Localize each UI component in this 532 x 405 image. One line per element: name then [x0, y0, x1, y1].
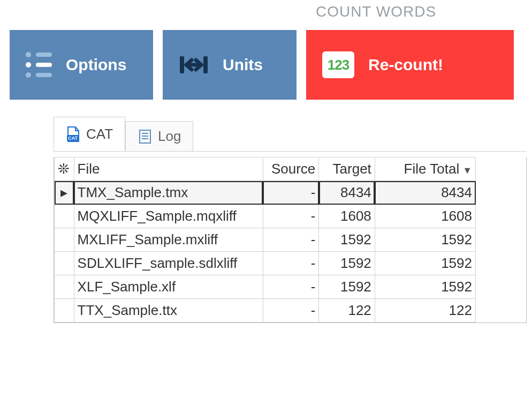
cell-total: 1592: [375, 252, 475, 275]
table-row[interactable]: MQXLIFF_Sample.mqxliff-16081608: [55, 205, 476, 228]
row-marker: [55, 275, 74, 299]
tab-log[interactable]: Log: [125, 121, 193, 151]
table-row[interactable]: ▸TMX_Sample.tmx-84348434: [55, 181, 476, 205]
row-marker: [55, 252, 74, 275]
options-button[interactable]: Options: [10, 30, 153, 100]
col-header-target[interactable]: Target: [319, 158, 375, 181]
cell-file: MQXLIFF_Sample.mqxliff: [74, 205, 263, 228]
tab-cat-label: CAT: [86, 126, 113, 142]
row-marker: [55, 228, 74, 252]
cell-target: 1608: [319, 205, 375, 228]
cell-total: 8434: [375, 181, 475, 205]
cat-file-icon: CAT: [66, 127, 81, 142]
section-label: COUNT WORDS: [316, 3, 436, 20]
row-marker: [55, 299, 74, 322]
recount-button[interactable]: 123 Re-count!: [306, 30, 514, 100]
units-button-label: Units: [223, 56, 263, 74]
sort-desc-icon: ▼: [462, 165, 472, 176]
toolbar: Options Units 123 Re-count!: [10, 30, 514, 100]
units-button[interactable]: Units: [163, 30, 297, 100]
col-header-file[interactable]: File: [74, 158, 263, 181]
col-header-total-label: File Total: [404, 161, 460, 177]
width-arrows-icon: [179, 54, 209, 76]
list-icon: [26, 52, 52, 78]
cell-total: 1592: [375, 228, 475, 252]
tab-cat[interactable]: CAT CAT: [54, 117, 125, 151]
cell-target: 1592: [319, 252, 375, 275]
count-badge-icon: 123: [322, 51, 354, 78]
tab-log-label: Log: [158, 128, 181, 145]
cell-total: 122: [375, 299, 475, 322]
row-marker: [55, 205, 74, 228]
results-panel: CAT CAT Log ❊ File: [54, 116, 527, 323]
cell-file: MXLIFF_Sample.mxliff: [74, 228, 263, 252]
cell-source: -: [263, 252, 319, 275]
cell-file: TMX_Sample.tmx: [74, 181, 263, 205]
cell-target: 1592: [319, 228, 375, 252]
col-header-total[interactable]: File Total▼: [375, 158, 475, 181]
table-row[interactable]: XLF_Sample.xlf-15921592: [55, 275, 476, 299]
table-row[interactable]: SDLXLIFF_sample.sdlxliff-15921592: [55, 252, 476, 275]
results-table[interactable]: ❊ File Source Target File Total▼ ▸TMX_Sa…: [54, 157, 476, 322]
table-row[interactable]: TTX_Sample.ttx-122122: [55, 299, 476, 322]
cell-target: 122: [319, 299, 375, 322]
table-header-row: ❊ File Source Target File Total▼: [55, 158, 476, 181]
document-icon: [138, 129, 153, 144]
cell-target: 1592: [319, 275, 375, 299]
cell-source: -: [263, 181, 319, 205]
recount-button-label: Re-count!: [368, 56, 443, 74]
cell-source: -: [263, 228, 319, 252]
options-button-label: Options: [66, 56, 126, 74]
cell-file: TTX_Sample.ttx: [74, 299, 263, 322]
svg-text:CAT: CAT: [68, 136, 78, 141]
col-header-source[interactable]: Source: [263, 158, 319, 181]
tab-strip: CAT CAT Log: [54, 116, 527, 151]
col-header-marker[interactable]: ❊: [55, 158, 74, 181]
cell-total: 1608: [375, 205, 475, 228]
cell-total: 1592: [375, 275, 475, 299]
cell-source: -: [263, 205, 319, 228]
svg-rect-1: [203, 56, 208, 73]
cell-file: XLF_Sample.xlf: [74, 275, 263, 299]
cell-source: -: [263, 299, 319, 322]
cell-target: 8434: [319, 181, 375, 205]
row-marker: ▸: [55, 181, 74, 205]
svg-rect-0: [180, 56, 184, 73]
cell-source: -: [263, 275, 319, 299]
cell-file: SDLXLIFF_sample.sdlxliff: [74, 252, 263, 275]
table-row[interactable]: MXLIFF_Sample.mxliff-15921592: [55, 228, 476, 252]
